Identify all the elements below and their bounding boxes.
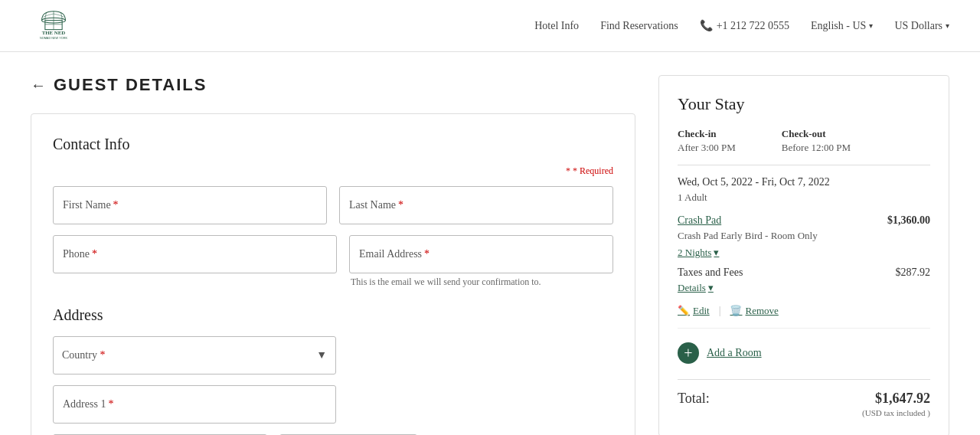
left-column: ← GUEST DETAILS Contact Info * * Require…: [31, 75, 635, 435]
phone-label: Phone: [63, 248, 90, 260]
checkin-time: After 3:00 PM: [678, 142, 736, 154]
currency-label: US Dollars: [894, 20, 942, 32]
back-button[interactable]: ←: [31, 77, 46, 94]
main-nav: Hotel Info Find Reservations 📞 +1 212 72…: [534, 19, 949, 32]
currency-dropdown[interactable]: US Dollars ▾: [894, 20, 949, 32]
address-section-title: Address: [53, 306, 613, 324]
page-title: GUEST DETAILS: [54, 75, 207, 95]
taxes-price: $287.92: [896, 267, 931, 279]
action-separator: |: [719, 305, 721, 317]
email-hint: This is the email we will send your conf…: [349, 276, 613, 288]
add-room-label[interactable]: Add a Room: [707, 347, 762, 359]
checkout-info: Check-out Before 12:00 PM: [782, 128, 851, 154]
country-row: United States United Kingdom Canada Aust…: [53, 336, 613, 374]
phone-required: *: [92, 248, 97, 260]
address1-label: Address 1: [63, 398, 106, 410]
nights-label: 2 Nights: [678, 247, 711, 259]
total-row: Total: $1,647.92 (USD tax included ): [678, 379, 930, 417]
language-chevron-icon: ▾: [869, 21, 873, 30]
divider-1: [678, 165, 930, 165]
total-right: $1,647.92 (USD tax included ): [862, 391, 930, 417]
address1-field[interactable]: Address 1 *: [53, 385, 336, 424]
action-row: ✏️ Edit | 🗑️ Remove: [678, 305, 930, 329]
address1-row: Address 1 *: [53, 385, 613, 424]
first-name-required: *: [113, 199, 119, 211]
address1-required: *: [108, 398, 113, 410]
first-name-label: First Name: [63, 199, 111, 211]
email-required: *: [424, 248, 430, 260]
svg-text:THE NED: THE NED: [42, 30, 66, 35]
language-dropdown[interactable]: English - US ▾: [811, 20, 873, 32]
add-room-row: + Add a Room: [678, 342, 930, 364]
email-field[interactable]: Email Address *: [349, 235, 613, 273]
phone-item: 📞 +1 212 722 0555: [700, 19, 789, 32]
stay-card: Your Stay Check-in After 3:00 PM Check-o…: [658, 75, 949, 435]
edit-pencil-icon: ✏️: [678, 305, 690, 317]
details-toggle[interactable]: Details ▾: [678, 282, 714, 294]
add-room-button[interactable]: +: [678, 342, 699, 364]
stay-title: Your Stay: [678, 94, 930, 114]
edit-button[interactable]: ✏️ Edit: [678, 305, 710, 317]
checkout-label: Check-out: [782, 128, 851, 140]
checkin-info: Check-in After 3:00 PM: [678, 128, 736, 154]
required-star: *: [566, 165, 573, 176]
back-header: ← GUEST DETAILS: [31, 75, 635, 95]
svg-text:NOMAD NEW YORK: NOMAD NEW YORK: [40, 38, 68, 41]
logo-icon: THE NED NOMAD NEW YORK: [31, 5, 77, 47]
email-label: Email Address: [359, 248, 422, 260]
room-type: Crash Pad Early Bird - Room Only: [678, 230, 930, 242]
details-label: Details: [678, 282, 706, 294]
hotel-info-link[interactable]: Hotel Info: [534, 20, 579, 32]
last-name-required: *: [398, 199, 403, 211]
contact-row: Phone * Email Address * This is the emai…: [53, 235, 613, 291]
total-label: Total:: [678, 391, 710, 407]
country-select-wrapper: United States United Kingdom Canada Aust…: [53, 336, 336, 374]
nights-toggle[interactable]: 2 Nights ▾: [678, 247, 719, 259]
phone-number: +1 212 722 0555: [717, 20, 789, 32]
country-select[interactable]: United States United Kingdom Canada Aust…: [53, 336, 336, 374]
room-price: $1,360.00: [887, 214, 930, 227]
address-section: Address United States United Kingdom Can…: [53, 306, 613, 435]
taxes-label: Taxes and Fees: [678, 267, 743, 279]
name-row: First Name * Last Name *: [53, 186, 613, 224]
room-name-link[interactable]: Crash Pad: [678, 214, 721, 227]
last-name-field[interactable]: Last Name *: [339, 186, 613, 224]
taxes-row: Taxes and Fees $287.92: [678, 267, 930, 279]
currency-chevron-icon: ▾: [946, 21, 949, 30]
find-reservations-link[interactable]: Find Reservations: [600, 20, 678, 32]
checkin-row: Check-in After 3:00 PM Check-out Before …: [678, 128, 930, 154]
first-name-field[interactable]: First Name *: [53, 186, 327, 224]
room-row: Crash Pad $1,360.00: [678, 214, 930, 227]
stay-guests: 1 Adult: [678, 191, 930, 204]
checkin-label: Check-in: [678, 128, 736, 140]
phone-icon: 📞: [700, 19, 713, 32]
page-body: ← GUEST DETAILS Contact Info * * Require…: [0, 52, 980, 435]
form-card: Contact Info * * Required First Name * L…: [31, 113, 635, 435]
required-note: * * Required: [53, 165, 613, 177]
last-name-label: Last Name: [349, 199, 396, 211]
edit-label: Edit: [693, 305, 710, 317]
logo-area: THE NED NOMAD NEW YORK: [31, 5, 77, 47]
remove-label: Remove: [745, 305, 778, 317]
header: THE NED NOMAD NEW YORK Hotel Info Find R…: [0, 0, 980, 52]
phone-field[interactable]: Phone *: [53, 235, 337, 273]
checkout-time: Before 12:00 PM: [782, 142, 851, 154]
contact-section-title: Contact Info: [53, 136, 613, 153]
email-wrapper: Email Address * This is the email we wil…: [349, 235, 613, 291]
nights-chevron-icon: ▾: [714, 247, 719, 259]
total-amount: $1,647.92: [875, 391, 930, 406]
total-note: (USD tax included ): [862, 408, 930, 417]
required-text: * Required: [573, 165, 613, 176]
language-label: English - US: [811, 20, 866, 32]
details-chevron-icon: ▾: [708, 282, 714, 294]
stay-dates: Wed, Oct 5, 2022 - Fri, Oct 7, 2022: [678, 176, 930, 188]
remove-button[interactable]: 🗑️ Remove: [730, 305, 778, 317]
right-column: Your Stay Check-in After 3:00 PM Check-o…: [658, 75, 949, 435]
remove-trash-icon: 🗑️: [730, 305, 742, 317]
